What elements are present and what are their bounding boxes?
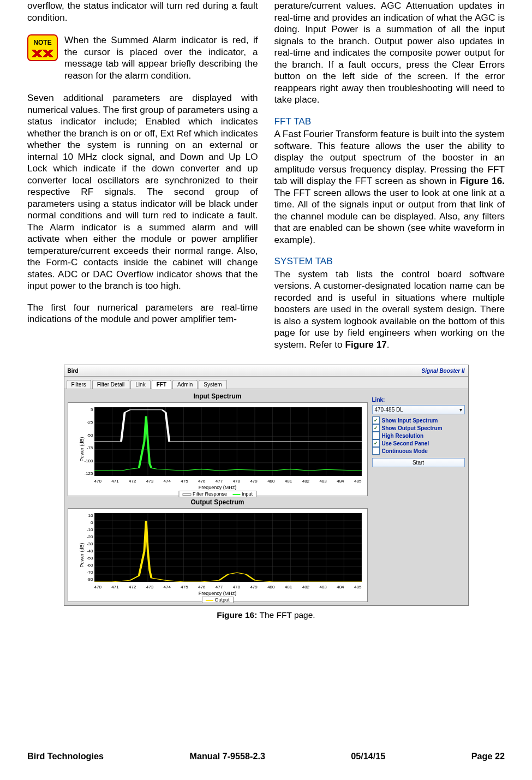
para: overflow, the status indicator will turn… bbox=[27, 0, 258, 23]
footer-manual: Manual 7-9558-2.3 bbox=[189, 751, 265, 761]
left-column: overflow, the status indicator will turn… bbox=[27, 0, 258, 350]
checkbox-label: Show Output Spectrum bbox=[382, 425, 443, 431]
checkbox-use-second-panel[interactable]: ✓Use Second Panel bbox=[372, 439, 465, 447]
input-spectrum-chart: Power (dB) 5-25-50-75-100-125 4704714724… bbox=[68, 402, 368, 496]
figure-16: Bird Signal Booster II FiltersFilter Det… bbox=[27, 365, 505, 620]
para: The first four numerical parameters are … bbox=[27, 302, 258, 325]
chevron-down-icon: ▾ bbox=[459, 407, 462, 413]
checkbox-icon: ✓ bbox=[372, 416, 380, 424]
section-title-fft: FFT TAB bbox=[274, 116, 505, 128]
start-button[interactable]: Start bbox=[372, 458, 465, 467]
page-footer: Bird Technologies Manual 7-9558-2.3 05/1… bbox=[27, 751, 505, 761]
checkbox-show-output-spectrum[interactable]: ✓Show Output Spectrum bbox=[372, 424, 465, 432]
caption-bold: Figure 16: bbox=[217, 610, 257, 620]
legend: Output bbox=[201, 597, 233, 603]
note-text: When the Summed Alarm indicator is red, … bbox=[64, 34, 258, 81]
fft-screenshot: Bird Signal Booster II FiltersFilter Det… bbox=[64, 365, 469, 606]
tab-system[interactable]: System bbox=[199, 380, 226, 389]
tab-admin[interactable]: Admin bbox=[172, 380, 198, 389]
tab-link[interactable]: Link bbox=[130, 380, 150, 389]
chart-title-input: Input Spectrum bbox=[68, 392, 368, 400]
para: A Fast Fourier Transform feature is buil… bbox=[274, 128, 505, 246]
right-column: perature/current values. AGC Attenuation… bbox=[274, 0, 505, 350]
footer-date: 05/14/15 bbox=[351, 751, 385, 761]
checkbox-icon: ✓ bbox=[372, 424, 380, 432]
output-spectrum-chart: Power (dB) 100-10-20-30-40-50-60-70-80 4… bbox=[68, 508, 368, 602]
checkbox-label: Show Input Spectrum bbox=[382, 418, 438, 424]
figure-ref: Figure 17 bbox=[345, 339, 386, 350]
link-select[interactable]: 470-485 DL ▾ bbox=[372, 405, 465, 414]
legend-entry: Output bbox=[214, 597, 229, 603]
link-label: Link: bbox=[372, 397, 465, 403]
footer-company: Bird Technologies bbox=[27, 751, 104, 761]
checkbox-label: High Resolution bbox=[382, 433, 424, 439]
checkbox-label: Continuous Mode bbox=[382, 448, 428, 454]
tab-filter-detail[interactable]: Filter Detail bbox=[92, 380, 130, 389]
x-axis-label: Frequency (MHz) bbox=[68, 485, 367, 490]
text: The FFT screen allows the user to look a… bbox=[274, 187, 505, 245]
note-block: NOTE When the Summed Alarm indicator is … bbox=[27, 34, 258, 81]
figure-caption: Figure 16: The FFT page. bbox=[217, 610, 315, 620]
link-select-value: 470-485 DL bbox=[375, 407, 403, 413]
legend-entry: Input bbox=[242, 491, 253, 497]
para: Seven additional parameters are displaye… bbox=[27, 92, 258, 292]
para: perature/current values. AGC Attenuation… bbox=[274, 0, 505, 106]
checkbox-icon: ✓ bbox=[372, 439, 380, 447]
checkbox-icon bbox=[372, 432, 380, 439]
para: The system tab lists the control board s… bbox=[274, 269, 505, 351]
tab-fft[interactable]: FFT bbox=[152, 380, 171, 389]
checkbox-icon bbox=[372, 447, 380, 455]
window-titlebar: Bird Signal Booster II bbox=[64, 365, 468, 377]
text: . bbox=[387, 339, 390, 350]
checkbox-high-resolution[interactable]: High Resolution bbox=[372, 432, 465, 439]
side-panel: Link: 470-485 DL ▾ ✓Show Input Spectrum✓… bbox=[372, 392, 465, 602]
x-axis-label: Frequency (MHz) bbox=[68, 591, 367, 596]
checkbox-show-input-spectrum[interactable]: ✓Show Input Spectrum bbox=[372, 416, 465, 424]
brand-right: Signal Booster II bbox=[422, 368, 465, 374]
section-title-system: SYSTEM TAB bbox=[274, 255, 505, 267]
figure-ref: Figure 16. bbox=[460, 175, 505, 186]
caption-text: The FFT page. bbox=[257, 610, 315, 620]
note-icon: NOTE bbox=[27, 34, 58, 61]
text: The system tab lists the control board s… bbox=[274, 269, 505, 350]
brand-left: Bird bbox=[68, 368, 79, 374]
tab-bar: FiltersFilter DetailLinkFFTAdminSystem bbox=[64, 377, 468, 389]
checkbox-label: Use Second Panel bbox=[382, 440, 429, 446]
legend-entry: Filter Response bbox=[193, 491, 227, 497]
footer-page: Page 22 bbox=[471, 751, 505, 761]
chart-title-output: Output Spectrum bbox=[68, 498, 368, 506]
legend: Filter Response Input bbox=[178, 491, 256, 497]
tab-filters[interactable]: Filters bbox=[67, 380, 91, 389]
checkbox-continuous-mode[interactable]: Continuous Mode bbox=[372, 447, 465, 455]
